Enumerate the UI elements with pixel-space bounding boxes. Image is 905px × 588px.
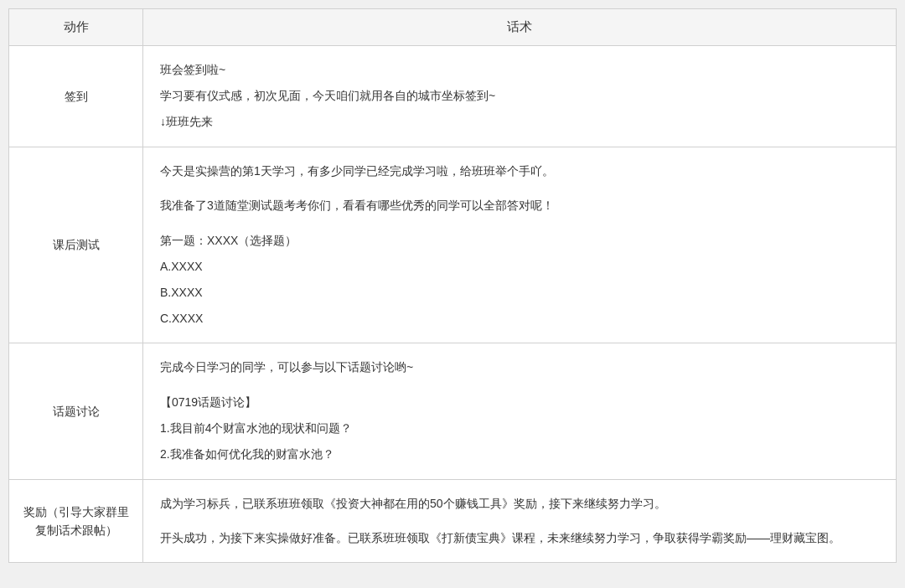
script-line: C.XXXX [160, 308, 879, 329]
table-body: 签到班会签到啦~学习要有仪式感，初次见面，今天咱们就用各自的城市坐标签到~↓班班… [9, 46, 896, 562]
script-line: 成为学习标兵，已联系班班领取《投资大神都在用的50个赚钱工具》奖励，接下来继续努… [160, 493, 879, 514]
script-cell-3: 成为学习标兵，已联系班班领取《投资大神都在用的50个赚钱工具》奖励，接下来继续努… [143, 480, 896, 563]
table-header: 动作 话术 [9, 9, 896, 46]
header-script: 话术 [143, 9, 896, 45]
table-row: 话题讨论完成今日学习的同学，可以参与以下话题讨论哟~ 【0719话题讨论】1.我… [9, 343, 896, 479]
table-row: 课后测试今天是实操营的第1天学习，有多少同学已经完成学习啦，给班班举个手吖。 我… [9, 147, 896, 344]
script-line: A.XXXX [160, 256, 879, 277]
script-line: 今天是实操营的第1天学习，有多少同学已经完成学习啦，给班班举个手吖。 [160, 161, 879, 182]
table-row: 奖励（引导大家群里复制话术跟帖）成为学习标兵，已联系班班领取《投资大神都在用的5… [9, 480, 896, 563]
script-line: 班会签到啦~ [160, 59, 879, 80]
script-line: 学习要有仪式感，初次见面，今天咱们就用各自的城市坐标签到~ [160, 85, 879, 106]
main-table: 动作 话术 签到班会签到啦~学习要有仪式感，初次见面，今天咱们就用各自的城市坐标… [8, 8, 897, 563]
script-cell-0: 班会签到啦~学习要有仪式感，初次见面，今天咱们就用各自的城市坐标签到~↓班班先来 [143, 46, 896, 147]
script-line: 2.我准备如何优化我的财富水池？ [160, 444, 879, 465]
script-line: 第一题：XXXX（选择题） [160, 230, 879, 251]
action-cell-1: 课后测试 [9, 147, 143, 343]
script-line: ↓班班先来 [160, 111, 879, 132]
table-row: 签到班会签到啦~学习要有仪式感，初次见面，今天咱们就用各自的城市坐标签到~↓班班… [9, 46, 896, 147]
script-line: 1.我目前4个财富水池的现状和问题？ [160, 418, 879, 439]
script-line: 【0719话题讨论】 [160, 392, 879, 413]
action-cell-2: 话题讨论 [9, 343, 143, 478]
script-line: 完成今日学习的同学，可以参与以下话题讨论哟~ [160, 357, 879, 378]
script-line [160, 221, 879, 228]
action-cell-3: 奖励（引导大家群里复制话术跟帖） [9, 480, 143, 563]
action-cell-0: 签到 [9, 46, 143, 147]
script-line: B.XXXX [160, 282, 879, 303]
script-line [160, 187, 879, 193]
script-cell-2: 完成今日学习的同学，可以参与以下话题讨论哟~ 【0719话题讨论】1.我目前4个… [143, 343, 896, 478]
header-action: 动作 [9, 9, 143, 45]
script-line: 我准备了3道随堂测试题考考你们，看看有哪些优秀的同学可以全部答对呢！ [160, 195, 879, 216]
script-line [160, 519, 879, 526]
script-line: 开头成功，为接下来实操做好准备。已联系班班领取《打新债宝典》课程，未来继续努力学… [160, 528, 879, 549]
script-cell-1: 今天是实操营的第1天学习，有多少同学已经完成学习啦，给班班举个手吖。 我准备了3… [143, 147, 896, 343]
script-line [160, 384, 879, 390]
